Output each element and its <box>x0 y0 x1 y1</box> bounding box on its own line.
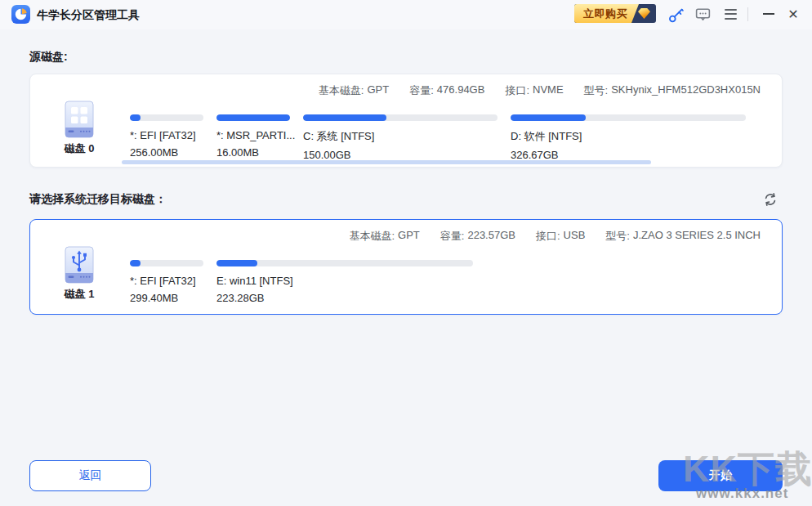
partition-size: 16.00MB <box>216 146 295 159</box>
disk-info-label: 基本磁盘: <box>349 229 395 244</box>
target-disk-heading: 请选择系统迁移目标磁盘： <box>29 192 167 207</box>
partition-usage-fill <box>130 114 141 121</box>
partition-usage-bar <box>216 260 473 266</box>
disk-info-item: 基本磁盘: GPT <box>319 83 389 98</box>
start-button[interactable]: 开始 <box>658 460 783 491</box>
partition-usage-fill <box>303 114 386 121</box>
partition-item: *: EFI [FAT32] 299.40MB <box>130 260 203 304</box>
disk-info-value: USB <box>564 229 586 244</box>
disk-info-item: 容量: 476.94GB <box>409 83 484 98</box>
partition-size: 299.40MB <box>130 292 203 304</box>
partition-size: 326.67GB <box>511 149 746 161</box>
disk-info-value: J.ZAO 3 SERIES 2.5 INCH <box>633 229 761 244</box>
disk-info-label: 型号: <box>584 83 609 98</box>
source-disk-heading: 源磁盘: <box>29 50 68 65</box>
disk-info-item: 型号: J.ZAO 3 SERIES 2.5 INCH <box>605 229 761 244</box>
disk-info-label: 型号: <box>605 229 630 244</box>
titlebar: 牛学长分区管理工具 立即购买 <box>0 0 812 29</box>
partition-item: *: MSR_PARTI... 16.00MB <box>216 114 295 159</box>
partition-usage-bar <box>303 114 497 121</box>
partition-usage-fill <box>130 260 141 266</box>
disk-info-value: SKHynix_HFM512GD3HX015N <box>611 83 761 98</box>
partition-usage-bar <box>130 114 203 121</box>
buy-now-button[interactable]: 立即购买 <box>574 4 656 23</box>
partition-item: E: win11 [NTFS] 223.28GB <box>216 260 473 304</box>
partition-name: E: win11 [NTFS] <box>216 275 473 287</box>
partition-name: *: EFI [FAT32] <box>130 275 203 287</box>
disk-info-value: GPT <box>398 229 420 244</box>
partition-usage-bar <box>130 260 203 266</box>
partition-name: C: 系统 [NTFS] <box>303 129 497 144</box>
close-icon[interactable]: ✕ <box>783 4 803 24</box>
target-disk-card[interactable]: 基本磁盘: GPT 容量: 223.57GB 接口: USB 型号: J.ZAO… <box>29 219 783 315</box>
partition-name: *: MSR_PARTI... <box>216 129 295 141</box>
vip-gem-icon <box>638 8 650 19</box>
disk-info-label: 容量: <box>440 229 465 244</box>
disk-info-label: 接口: <box>536 229 560 244</box>
partition-size: 256.00MB <box>130 146 203 159</box>
disk-info-item: 接口: NVME <box>505 83 563 98</box>
disk-info-value: 223.57GB <box>467 229 515 244</box>
menu-icon[interactable] <box>721 4 740 24</box>
disk-info-value: NVME <box>533 83 564 98</box>
partition-list: *: EFI [FAT32] 256.00MB *: MSR_PARTI... … <box>30 114 774 165</box>
disk-info-value: 476.94GB <box>437 83 485 98</box>
partition-item: D: 软件 [NTFS] 326.67GB <box>511 114 746 161</box>
buy-now-label: 立即购买 <box>574 7 627 21</box>
partition-usage-fill <box>216 114 290 121</box>
disk-info-label: 基本磁盘: <box>319 83 364 98</box>
disk-info-item: 基本磁盘: GPT <box>349 229 419 244</box>
source-disk-card: 基本磁盘: GPT 容量: 476.94GB 接口: NVME 型号: SKHy… <box>29 74 783 168</box>
disk-info-label: 容量: <box>409 83 434 98</box>
horizontal-scrollbar[interactable] <box>122 160 651 164</box>
disk-info-label: 接口: <box>505 83 529 98</box>
disk-info-item: 接口: USB <box>536 229 585 244</box>
app-window: 牛学长分区管理工具 立即购买 <box>0 0 812 506</box>
partition-item: C: 系统 [NTFS] 150.00GB <box>303 114 497 161</box>
disk-info-value: GPT <box>367 83 389 98</box>
partition-usage-bar <box>511 114 746 121</box>
license-key-icon[interactable] <box>666 4 685 24</box>
partition-usage-fill <box>511 114 586 121</box>
feedback-chat-icon[interactable] <box>693 4 712 24</box>
disk-info-row: 基本磁盘: GPT 容量: 476.94GB 接口: NVME 型号: SKHy… <box>319 83 761 98</box>
partition-usage-bar <box>216 114 290 121</box>
titlebar-divider <box>747 7 748 21</box>
refresh-icon[interactable] <box>760 189 781 210</box>
disk-info-item: 型号: SKHynix_HFM512GD3HX015N <box>584 83 761 98</box>
partition-name: D: 软件 [NTFS] <box>511 129 746 144</box>
minimize-icon[interactable] <box>759 4 779 24</box>
partition-size: 150.00GB <box>303 149 497 161</box>
partition-item: *: EFI [FAT32] 256.00MB <box>130 114 203 159</box>
partition-usage-fill <box>216 260 257 266</box>
app-title: 牛学长分区管理工具 <box>37 8 140 23</box>
partition-list: *: EFI [FAT32] 299.40MB E: win11 [NTFS] … <box>30 260 774 311</box>
partition-name: *: EFI [FAT32] <box>130 129 203 141</box>
disk-info-item: 容量: 223.57GB <box>440 229 515 244</box>
app-logo-icon <box>11 5 30 24</box>
partition-size: 223.28GB <box>216 292 473 304</box>
disk-info-row: 基本磁盘: GPT 容量: 223.57GB 接口: USB 型号: J.ZAO… <box>349 229 761 244</box>
back-button[interactable]: 返回 <box>29 460 151 491</box>
